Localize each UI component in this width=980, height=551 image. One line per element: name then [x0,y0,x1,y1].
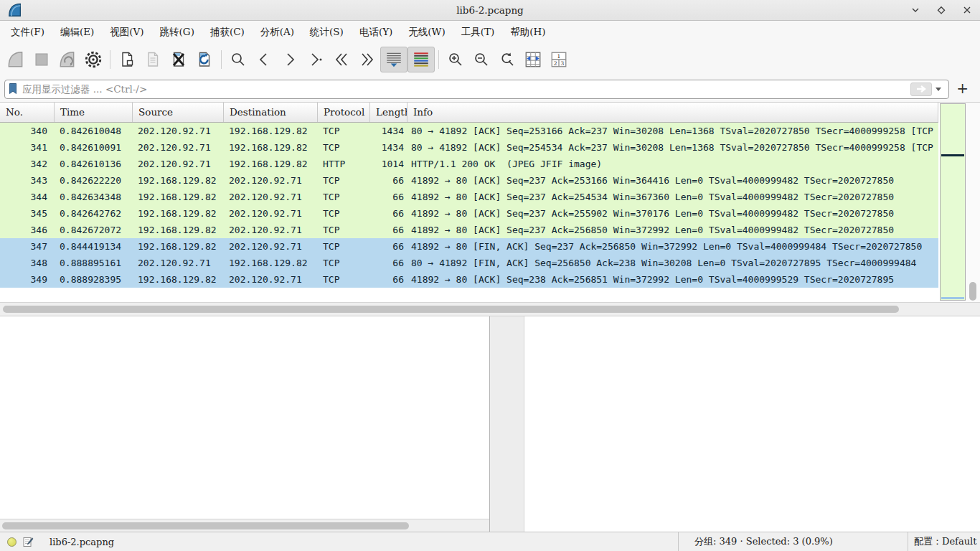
cell-source: 202.120.92.71 [133,156,224,172]
display-filter-input[interactable] [18,83,910,95]
cell-destination: 192.168.129.82 [224,123,318,139]
menu-help[interactable]: 帮助(H) [502,23,553,42]
close-icon[interactable] [961,4,973,16]
filter-bookmark-icon[interactable] [8,83,18,95]
packet-row[interactable]: 3470.844419134192.168.129.82202.120.92.7… [0,238,938,255]
go-to-packet-icon[interactable] [303,47,329,72]
filter-add-button[interactable]: + [949,81,976,97]
cell-destination: 202.120.92.71 [224,205,318,222]
maximize-icon[interactable] [936,4,947,16]
cell-length: 66 [370,255,407,271]
reload-file-icon[interactable] [192,47,217,72]
column-header-length[interactable]: Length [370,103,407,122]
cell-info: 41892 → 80 [ACK] Seq=237 Ack=255902 Win=… [407,205,938,222]
cell-time: 0.842610136 [55,156,133,172]
menu-go[interactable]: 跳转(G) [152,23,202,42]
packet-list-hscrollbar[interactable] [0,303,980,316]
go-forward-icon[interactable] [277,47,303,72]
cell-no: 345 [0,205,55,222]
display-filter-box [4,80,949,99]
status-filename[interactable]: lib6-2.pcapng [50,537,114,547]
menu-analyze[interactable]: 分析(A) [253,23,302,42]
expert-info-icon[interactable] [7,537,17,547]
menu-file[interactable]: 文件(F) [3,23,52,42]
open-file-icon[interactable] [114,47,140,72]
packet-row[interactable]: 3440.842634348192.168.129.82202.120.92.7… [0,189,938,205]
cell-info: HTTP/1.1 200 OK (JPEG JFIF image) [407,156,938,172]
status-packet-count: 分组: 349 · Selected: 3 (0.9%) [678,532,908,551]
cell-no: 347 [0,238,55,255]
details-hscrollbar-thumb[interactable] [2,522,409,529]
cell-length: 66 [370,238,407,255]
menu-statistics[interactable]: 统计(S) [302,23,352,42]
packet-row[interactable]: 3490.888928395192.168.129.82202.120.92.7… [0,271,938,288]
menu-view[interactable]: 视图(V) [102,23,151,42]
apply-filter-icon[interactable] [910,83,932,96]
column-header-source[interactable]: Source [133,103,224,122]
restart-capture-icon[interactable] [55,47,80,72]
packet-bytes-pane[interactable] [524,316,980,532]
packet-row[interactable]: 3450.842642762192.168.129.82202.120.92.7… [0,205,938,222]
filter-dropdown-icon[interactable] [936,88,941,91]
layout-chooser-icon[interactable]: 123 [546,47,572,72]
packet-details-pane[interactable] [0,316,490,532]
column-header-no[interactable]: No. [0,103,55,122]
packet-row[interactable]: 3460.842672072192.168.129.82202.120.92.7… [0,222,938,238]
capture-options-icon[interactable] [80,47,106,72]
cell-info: 80 → 41892 [ACK] Seq=253166 Ack=237 Win=… [407,123,938,139]
packet-list-pane: No. Time Source Destination Protocol Len… [0,103,980,303]
close-file-icon[interactable] [166,47,192,72]
go-last-icon[interactable] [354,47,380,72]
resize-columns-icon[interactable] [520,47,546,72]
packet-row[interactable]: 3410.842610091202.120.92.71192.168.129.8… [0,139,938,156]
packet-row[interactable]: 3480.888895161202.120.92.71192.168.129.8… [0,255,938,271]
cell-info: 41892 → 80 [ACK] Seq=237 Ack=256850 Win=… [407,222,938,238]
packet-row[interactable]: 3430.842622220192.168.129.82202.120.92.7… [0,172,938,189]
packet-row[interactable]: 3420.842610136202.120.92.71192.168.129.8… [0,156,938,172]
intelligent-scrollbar-minimap[interactable] [940,103,966,301]
cell-protocol: TCP [318,238,370,255]
details-hscrollbar[interactable] [0,519,489,532]
zoom-out-icon[interactable] [468,47,494,72]
auto-scroll-icon[interactable] [380,47,407,72]
svg-text:1: 1 [557,53,561,60]
column-header-time[interactable]: Time [55,103,133,122]
stop-capture-icon[interactable] [29,47,55,72]
capture-comment-icon[interactable] [22,536,34,547]
menu-edit[interactable]: 编辑(E) [52,23,102,42]
colorize-icon[interactable] [407,47,435,72]
find-packet-icon[interactable] [225,47,251,72]
go-back-icon[interactable] [251,47,277,72]
main-toolbar: 123 [0,43,980,76]
pane-splitter[interactable] [490,316,524,532]
zoom-reset-icon[interactable] [494,47,520,72]
status-profile[interactable]: 配置：Default [908,532,980,551]
go-first-icon[interactable] [329,47,354,72]
menu-wireless[interactable]: 无线(W) [400,23,453,42]
cell-time: 0.844419134 [55,238,133,255]
status-bar: lib6-2.pcapng 分组: 349 · Selected: 3 (0.9… [0,532,980,551]
column-header-info[interactable]: Info [407,103,938,122]
zoom-in-icon[interactable] [443,47,468,72]
save-file-icon[interactable] [140,47,166,72]
cell-time: 0.842622220 [55,172,133,189]
start-capture-icon[interactable] [3,47,29,72]
vscrollbar-thumb[interactable] [969,282,976,301]
column-header-destination[interactable]: Destination [224,103,318,122]
minimize-icon[interactable] [910,4,921,16]
hscrollbar-thumb[interactable] [3,306,899,313]
cell-time: 0.888895161 [55,255,133,271]
cell-info: 41892 → 80 [ACK] Seq=238 Ack=256851 Win=… [407,271,938,288]
packet-rows: 3400.842610048202.120.92.71192.168.129.8… [0,123,938,288]
cell-destination: 202.120.92.71 [224,222,318,238]
packet-list-vscrollbar[interactable] [966,103,980,302]
packet-row[interactable]: 3400.842610048202.120.92.71192.168.129.8… [0,123,938,139]
menu-tools[interactable]: 工具(T) [453,23,503,42]
cell-protocol: TCP [318,123,370,139]
cell-protocol: HTTP [318,156,370,172]
menu-telephony[interactable]: 电话(Y) [352,23,400,42]
cell-length: 1014 [370,156,407,172]
column-header-protocol[interactable]: Protocol [318,103,370,122]
cell-time: 0.842610048 [55,123,133,139]
menu-capture[interactable]: 捕获(C) [202,23,253,42]
